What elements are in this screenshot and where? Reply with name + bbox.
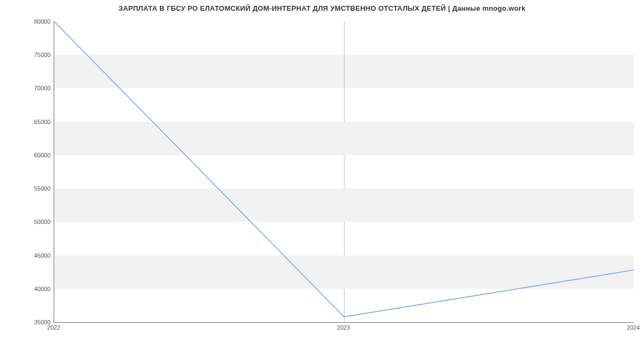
- chart-container: ЗАРПЛАТА В ГБСУ РО ЕЛАТОМСКИЙ ДОМ-ИНТЕРН…: [0, 0, 644, 349]
- y-tick-label: 35000: [2, 319, 50, 325]
- chart-title: ЗАРПЛАТА В ГБСУ РО ЕЛАТОМСКИЙ ДОМ-ИНТЕРН…: [0, 4, 644, 12]
- y-tick-label: 45000: [2, 252, 50, 259]
- y-tick-label: 70000: [2, 85, 50, 91]
- y-tick-label: 65000: [2, 119, 50, 125]
- y-tick-label: 55000: [2, 185, 50, 192]
- salary-line-series: [54, 21, 634, 317]
- x-tick-label: 2024: [627, 324, 640, 331]
- x-tick-label: 2022: [47, 324, 60, 331]
- x-tick-label: 2023: [337, 324, 350, 331]
- line-series-layer: [54, 21, 634, 322]
- y-tick-label: 80000: [2, 18, 50, 25]
- y-tick-label: 50000: [2, 219, 50, 225]
- y-tick-label: 40000: [2, 286, 50, 292]
- plot-area: [54, 21, 634, 323]
- y-tick-label: 60000: [2, 152, 50, 158]
- y-tick-label: 75000: [2, 52, 50, 58]
